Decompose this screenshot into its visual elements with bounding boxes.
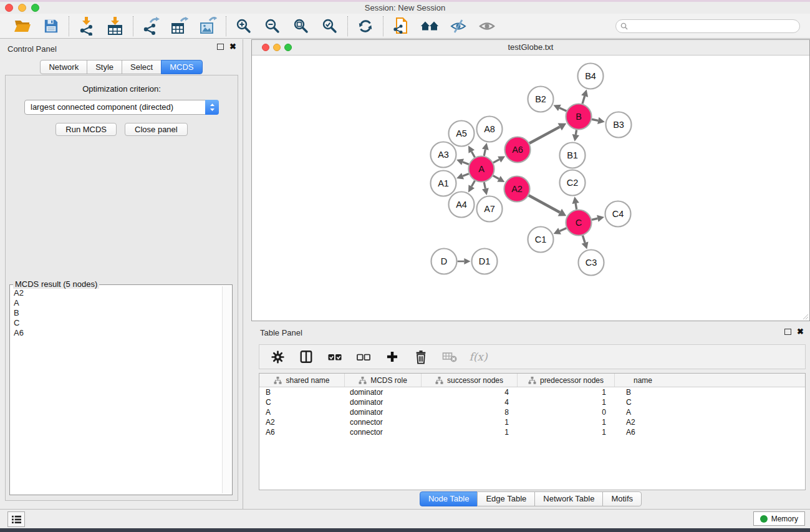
delete-column-button[interactable] <box>413 349 429 365</box>
function-builder-button[interactable]: f(x) <box>470 349 486 365</box>
criterion-dropdown[interactable]: largest connected component (directed) <box>24 100 219 115</box>
show-panels-button[interactable] <box>478 17 496 36</box>
export-network-button[interactable] <box>142 17 160 36</box>
control-tab-style[interactable]: Style <box>87 60 122 74</box>
network-from-file-button[interactable] <box>392 17 410 36</box>
open-file-button[interactable] <box>13 17 32 36</box>
graph-edge-B-B1[interactable] <box>576 130 576 135</box>
float-panel-icon[interactable] <box>217 44 224 50</box>
dropdown-stepper-icon <box>205 100 219 115</box>
network-window-titlebar[interactable]: testGlobe.txt <box>252 40 809 56</box>
graph-node-label: A5 <box>456 128 467 138</box>
table-tab-edge-table[interactable]: Edge Table <box>477 491 535 506</box>
column-header-shared-name[interactable]: shared name <box>259 374 345 387</box>
search-field[interactable] <box>615 19 800 33</box>
trash-icon <box>414 350 428 364</box>
graph-edge-A-A8[interactable] <box>484 150 485 156</box>
network-graph[interactable]: B4B2BB3A8A5A6A3B1AA1C2A2A4A7C4CC1DD1C3 <box>252 56 809 321</box>
table-row[interactable]: A6connector11A6 <box>259 427 805 437</box>
minimize-network-window-button[interactable] <box>273 44 281 51</box>
zoom-out-button[interactable] <box>263 17 282 36</box>
table-row[interactable]: Bdominator41B <box>259 387 805 397</box>
save-icon <box>44 19 59 34</box>
graph-edge-B-B4[interactable] <box>582 96 585 104</box>
zoom-selected-button[interactable] <box>321 17 339 36</box>
graph-edge-A-A6[interactable] <box>493 160 499 163</box>
graph-edge-A-A7[interactable] <box>484 182 485 188</box>
mcds-result-item[interactable]: C <box>14 318 219 328</box>
zoom-network-window-button[interactable] <box>284 44 292 51</box>
close-table-panel-icon[interactable]: ✖ <box>797 328 804 336</box>
table-settings-button[interactable] <box>269 349 286 365</box>
graph-edge-C-C1[interactable] <box>560 228 567 231</box>
memory-button[interactable]: Memory <box>753 511 805 526</box>
zoom-selected-icon <box>322 18 338 34</box>
column-header-successor-nodes[interactable]: successor nodes <box>422 374 518 387</box>
graph-edge-A2-C[interactable] <box>529 195 560 212</box>
import-table-button[interactable] <box>106 17 125 36</box>
export-image-button[interactable] <box>199 17 218 36</box>
close-panel-button[interactable]: Close panel <box>125 123 188 136</box>
minimize-window-button[interactable] <box>18 4 26 12</box>
hide-panels-button[interactable] <box>449 17 468 36</box>
resize-grip-icon[interactable] <box>801 312 809 320</box>
deselect-all-button[interactable] <box>355 349 372 365</box>
memory-status-icon <box>760 515 768 523</box>
graph-edge-C-C2[interactable] <box>576 203 577 210</box>
zoom-fit-button[interactable] <box>292 17 311 36</box>
graph-edge-A6-B[interactable] <box>529 127 560 143</box>
attribute-type-icon <box>359 377 367 384</box>
table-tab-node-table[interactable]: Node Table <box>420 491 478 506</box>
mcds-result-item[interactable]: A6 <box>14 328 219 338</box>
graph-edge-C-C4[interactable] <box>592 218 597 220</box>
close-network-window-button[interactable] <box>262 44 269 51</box>
mcds-result-item[interactable]: A <box>14 298 219 308</box>
table-tab-network-table[interactable]: Network Table <box>534 491 603 506</box>
import-network-button[interactable] <box>77 17 96 36</box>
apply-layout-button[interactable] <box>356 17 375 36</box>
table-row[interactable]: Cdominator41C <box>259 397 805 407</box>
add-column-button[interactable] <box>384 349 400 365</box>
float-table-panel-icon[interactable] <box>784 329 791 335</box>
zoom-window-button[interactable] <box>31 4 39 12</box>
graph-edge-A-A3[interactable] <box>463 162 469 165</box>
document-network-icon <box>393 17 409 35</box>
table-tab-motifs[interactable]: Motifs <box>602 491 642 506</box>
graph-edge-A-A4[interactable] <box>471 181 475 186</box>
table-cell: 1 <box>518 388 615 397</box>
close-window-button[interactable] <box>5 4 13 12</box>
mcds-result-item[interactable]: A2 <box>14 288 219 298</box>
delete-table-button[interactable] <box>441 349 458 365</box>
graph-edge-C-C3[interactable] <box>582 236 585 243</box>
table-row[interactable]: Adominator80A <box>259 407 805 417</box>
split-view-button[interactable] <box>298 349 314 365</box>
close-panel-icon[interactable]: ✖ <box>229 43 236 51</box>
zoom-in-button[interactable] <box>234 17 253 36</box>
graph-edge-A-A2[interactable] <box>493 176 499 179</box>
graph-edge-arrowhead <box>464 258 470 264</box>
control-tab-mcds[interactable]: MCDS <box>161 60 202 74</box>
column-header-name[interactable]: name <box>615 374 671 387</box>
table-cell: connector <box>345 418 422 427</box>
column-header-predecessor-nodes[interactable]: predecessor nodes <box>518 374 615 387</box>
graph-edge-A-A1[interactable] <box>463 174 469 177</box>
task-history-button[interactable] <box>7 511 25 527</box>
mcds-result-list[interactable]: A2ABCA6 <box>11 287 221 493</box>
result-scrollbar[interactable] <box>222 286 231 493</box>
network-canvas[interactable]: B4B2BB3A8A5A6A3B1AA1C2A2A4A7C4CC1DD1C3 <box>252 56 809 321</box>
control-tab-network[interactable]: Network <box>40 60 87 74</box>
home-button[interactable] <box>420 17 439 36</box>
select-all-button[interactable] <box>327 349 343 365</box>
graph-edge-B-B2[interactable] <box>559 108 566 111</box>
save-session-button[interactable] <box>42 17 60 36</box>
mcds-result-item[interactable]: B <box>14 308 219 318</box>
graph-edge-B-B3[interactable] <box>592 119 598 120</box>
table-row[interactable]: A2connector11A2 <box>259 417 805 427</box>
column-header-mcds-role[interactable]: MCDS role <box>345 374 422 387</box>
main-titlebar[interactable]: Session: New Session <box>0 2 810 14</box>
control-tab-select[interactable]: Select <box>122 60 162 74</box>
export-table-button[interactable] <box>170 17 189 36</box>
graph-edge-A-A5[interactable] <box>471 152 475 157</box>
search-input[interactable] <box>631 21 795 31</box>
run-mcds-button[interactable]: Run MCDS <box>55 123 117 136</box>
